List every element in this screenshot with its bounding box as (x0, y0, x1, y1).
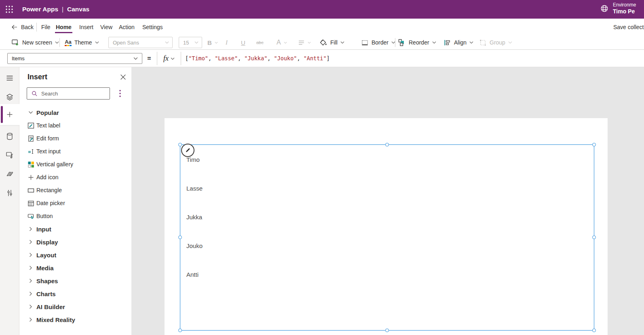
rail-item-insert[interactable] (6, 110, 14, 119)
rail-item-power-automate[interactable] (6, 170, 14, 178)
resize-handle-s[interactable] (385, 329, 389, 332)
resize-handle-w[interactable] (178, 235, 182, 239)
chevron-down-icon (171, 57, 175, 60)
gallery-item[interactable]: Lasse (186, 185, 203, 193)
menu-item-insert[interactable]: Insert (79, 19, 93, 36)
equals-sign: = (145, 50, 154, 67)
gallery-item[interactable]: Antti (186, 271, 198, 279)
resize-handle-sw[interactable] (178, 329, 182, 332)
edit-form-icon (27, 135, 34, 142)
menu-item-settings[interactable]: Settings (142, 19, 163, 36)
resize-handle-n[interactable] (385, 143, 389, 146)
chevron-right-icon (29, 291, 32, 296)
date-picker-icon (27, 200, 34, 207)
chevron-right-icon (29, 227, 32, 231)
environment-icon (600, 4, 609, 13)
save-collection-button[interactable]: Save collecti (613, 19, 644, 36)
category-charts[interactable]: Charts (19, 287, 131, 300)
new-screen-button[interactable]: New screen (11, 36, 59, 49)
font-size-dropdown[interactable]: 15 (179, 37, 202, 48)
rail-selected-indicator (1, 106, 3, 123)
menu-item-file[interactable]: File (41, 19, 51, 36)
border-button[interactable]: Border (361, 36, 395, 49)
menu-item-action[interactable]: Action (119, 19, 135, 36)
app-title-text[interactable]: Power Apps (22, 6, 58, 13)
chevron-right-icon (29, 317, 32, 322)
strikethrough-button[interactable]: abc (256, 36, 264, 49)
theme-button[interactable]: Aa Theme (65, 36, 99, 49)
fx-icon: fx (163, 54, 169, 63)
new-screen-label: New screen (22, 39, 52, 46)
rail-item-data[interactable] (6, 132, 14, 140)
insert-item-button[interactable]: Button (19, 210, 131, 223)
underline-button[interactable]: U (241, 36, 245, 49)
rail-item-advanced-tools[interactable] (6, 189, 14, 197)
tree-view-toggle[interactable] (6, 74, 14, 82)
align-button[interactable]: Align (443, 36, 473, 49)
menu-item-view[interactable]: View (100, 19, 112, 36)
category-display[interactable]: Display (19, 235, 131, 248)
insert-item-text-label[interactable]: Text label (19, 119, 131, 132)
environment-label: Environme (613, 2, 636, 8)
italic-button[interactable]: I (226, 36, 228, 49)
insert-item-date-picker[interactable]: Date picker (19, 197, 131, 210)
sliders-icon (6, 189, 14, 197)
search-box[interactable] (27, 87, 110, 100)
property-selector[interactable]: Items (7, 53, 142, 64)
section-popular[interactable]: Popular (19, 106, 131, 119)
back-label: Back (21, 24, 34, 30)
chevron-right-icon (29, 265, 32, 270)
border-icon (361, 39, 369, 47)
waffle-icon[interactable] (4, 4, 14, 14)
edit-gallery-pencil-button[interactable] (181, 144, 194, 157)
resize-handle-ne[interactable] (592, 143, 596, 146)
resize-handle-se[interactable] (592, 329, 596, 332)
insert-item-add-icon[interactable]: Add icon (19, 171, 131, 184)
environment-switcher[interactable]: Environme Timo Pe (600, 2, 636, 15)
resize-handle-e[interactable] (592, 235, 596, 239)
category-input[interactable]: Input (19, 223, 131, 235)
category-ai-builder[interactable]: AI Builder (19, 300, 131, 313)
chevron-down-icon (284, 42, 287, 44)
back-arrow-icon (11, 24, 18, 30)
font-family-value: Open Sans (113, 40, 139, 46)
category-mixed-reality[interactable]: Mixed Reality (19, 313, 131, 326)
close-icon[interactable] (120, 74, 127, 81)
fx-button[interactable]: fx (157, 52, 181, 65)
back-button[interactable]: Back (11, 19, 34, 36)
app-title: Power Apps|Canvas (22, 0, 89, 19)
font-color-button[interactable]: A (277, 36, 287, 49)
text-align-button[interactable] (298, 36, 311, 49)
bold-button[interactable]: B (207, 36, 218, 49)
category-shapes[interactable]: Shapes (19, 274, 131, 287)
search-input[interactable] (41, 91, 110, 97)
border-label: Border (372, 39, 389, 46)
font-family-dropdown[interactable]: Open Sans (108, 37, 173, 48)
gallery-item[interactable]: Timo (186, 156, 200, 164)
reorder-button[interactable]: Reorder (398, 36, 436, 49)
kebab-menu-icon[interactable] (117, 89, 123, 98)
insert-panel-title: Insert (27, 73, 47, 81)
gallery-control-selection[interactable]: Timo Lasse Jukka Jouko Antti (180, 144, 594, 331)
group-icon (479, 39, 487, 47)
insert-item-vertical-gallery[interactable]: Vertical gallery (19, 158, 131, 171)
chevron-down-icon (508, 41, 512, 44)
gallery-item[interactable]: Jouko (186, 242, 203, 250)
formula-input[interactable]: ["Timo", "Lasse", "Jukka", "Jouko", "Ant… (185, 50, 330, 67)
group-button[interactable]: Group (479, 36, 512, 49)
insert-item-text-input[interactable]: Text input (19, 145, 131, 158)
insert-item-edit-form[interactable]: Edit form (19, 132, 131, 145)
category-media[interactable]: Media (19, 261, 131, 274)
menu-bar: Back File Home Insert View Action Settin… (0, 19, 644, 36)
resize-handle-nw[interactable] (178, 143, 182, 146)
menu-item-home[interactable]: Home (56, 19, 72, 36)
formula-bar: Items = fx ["Timo", "Lasse", "Jukka", "J… (0, 50, 644, 67)
fill-button[interactable]: Fill (319, 36, 344, 49)
pencil-icon (185, 147, 191, 153)
insert-item-rectangle[interactable]: Rectangle (19, 184, 131, 197)
gallery-item[interactable]: Jukka (186, 214, 202, 222)
category-layout[interactable]: Layout (19, 248, 131, 261)
rail-item-screens[interactable] (6, 93, 14, 101)
group-label: Group (490, 39, 505, 46)
rail-item-media[interactable] (6, 151, 14, 159)
